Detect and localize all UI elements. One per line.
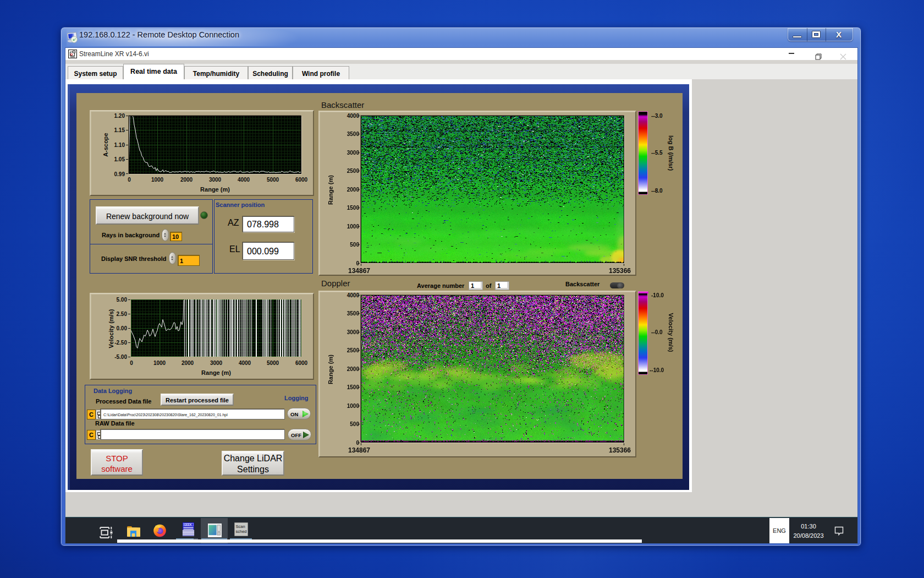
- svg-text:GEEK: GEEK: [184, 523, 192, 526]
- svg-text:sched: sched: [236, 529, 247, 534]
- svg-text:Scan: Scan: [236, 524, 245, 529]
